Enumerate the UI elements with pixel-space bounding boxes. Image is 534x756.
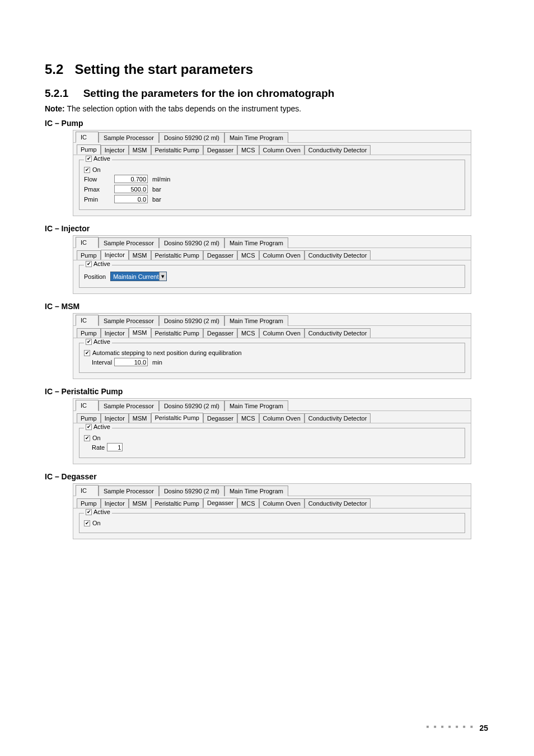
page-dots: ■ ■ ■ ■ ■ ■ ■ [427,724,475,729]
subtab-pump[interactable]: Pump [77,250,101,260]
subtab-pump[interactable]: Pump [77,413,101,423]
tab-ic[interactable]: IC [76,237,99,248]
position-label: Position [84,273,106,280]
pmax-input[interactable]: 500.0 [114,185,148,193]
panel-label-pump: IC – Pump [45,119,489,128]
screenshot-injector: IC Sample Processor Dosino 59290 (2 ml) … [73,235,471,294]
subtab-mcs[interactable]: MCS [237,145,259,155]
subtab-pump[interactable]: Pump [77,144,101,155]
subtab-column-oven[interactable]: Column Oven [259,413,305,423]
subtab-injector[interactable]: Injector [101,145,129,155]
rate-input[interactable]: 1 [107,443,123,451]
subtab-pump[interactable]: Pump [77,498,101,508]
tab-strip-top: IC Sample Processor Dosino 59290 (2 ml) … [73,130,471,143]
subtab-conductivity[interactable]: Conductivity Detector [305,145,371,155]
panel-label-msm: IC – MSM [45,302,489,311]
section-number: 5.2 [45,62,63,77]
checkbox-active[interactable]: ✔ [86,261,92,267]
subtab-degasser[interactable]: Degasser [203,498,237,508]
subtab-mcs[interactable]: MCS [237,328,259,338]
tab-ic[interactable]: IC [76,400,99,411]
subtab-peristaltic[interactable]: Peristaltic Pump [151,498,203,508]
tab-sample-processor[interactable]: Sample Processor [99,486,159,496]
interval-unit: min [152,359,162,366]
interval-input[interactable]: 10.0 [114,358,148,366]
panel-label-injector: IC – Injector [45,224,489,233]
tab-main-time-program[interactable]: Main Time Program [224,486,288,496]
tab-sample-processor[interactable]: Sample Processor [99,315,159,326]
subtab-msm[interactable]: MSM [129,328,151,338]
tab-main-time-program[interactable]: Main Time Program [224,400,288,411]
tab-dosino[interactable]: Dosino 59290 (2 ml) [159,486,224,496]
subtab-peristaltic[interactable]: Peristaltic Pump [151,328,203,338]
checkbox-active[interactable]: ✔ [86,424,92,430]
tab-ic[interactable]: IC [76,132,99,143]
subtab-peristaltic[interactable]: Peristaltic Pump [151,250,203,260]
legend-active: Active [93,508,110,515]
tab-main-time-program[interactable]: Main Time Program [224,132,288,143]
legend-active: Active [93,155,110,162]
subtab-degasser[interactable]: Degasser [203,413,237,423]
subtab-mcs[interactable]: MCS [237,413,259,423]
subtab-conductivity[interactable]: Conductivity Detector [305,328,371,338]
subtab-column-oven[interactable]: Column Oven [259,498,305,508]
tab-main-time-program[interactable]: Main Time Program [224,237,288,248]
subtab-msm[interactable]: MSM [129,145,151,155]
subtab-msm[interactable]: MSM [129,498,151,508]
checkbox-active[interactable]: ✔ [86,339,92,345]
subtab-pump[interactable]: Pump [77,328,101,338]
checkbox-auto-step[interactable]: ✔ [84,350,90,356]
position-dropdown[interactable]: Maintain Current ▾ [110,272,167,281]
subtab-degasser[interactable]: Degasser [203,250,237,260]
tab-sample-processor[interactable]: Sample Processor [99,132,159,143]
subtab-conductivity[interactable]: Conductivity Detector [305,413,371,423]
panel-label-peristaltic: IC – Peristaltic Pump [45,387,489,396]
tab-main-time-program[interactable]: Main Time Program [224,315,288,326]
subtab-degasser[interactable]: Degasser [203,328,237,338]
flow-unit: ml/min [152,176,170,183]
pmin-input[interactable]: 0.0 [114,195,148,203]
flow-input[interactable]: 0.700 [114,175,148,183]
subtab-msm[interactable]: MSM [129,250,151,260]
subtab-mcs[interactable]: MCS [237,498,259,508]
section-title-text: Setting the start parameters [74,62,253,77]
subtab-peristaltic[interactable]: Peristaltic Pump [151,145,203,155]
tab-dosino[interactable]: Dosino 59290 (2 ml) [159,400,224,411]
subtab-degasser[interactable]: Degasser [203,145,237,155]
screenshot-pump: IC Sample Processor Dosino 59290 (2 ml) … [73,130,471,216]
checkbox-active[interactable]: ✔ [86,156,92,162]
subtab-column-oven[interactable]: Column Oven [259,145,305,155]
subtab-injector[interactable]: Injector [101,498,129,508]
subtab-injector[interactable]: Injector [101,328,129,338]
on-label: On [92,166,101,173]
subsection-title-text: Setting the parameters for the ion chrom… [83,87,335,99]
tab-dosino[interactable]: Dosino 59290 (2 ml) [159,132,224,143]
subtab-column-oven[interactable]: Column Oven [259,250,305,260]
checkbox-on[interactable]: ✔ [84,167,90,173]
subtab-peristaltic[interactable]: Peristaltic Pump [151,413,203,423]
tab-sample-processor[interactable]: Sample Processor [99,400,159,411]
checkbox-on[interactable]: ✔ [84,435,90,441]
subtab-injector[interactable]: Injector [101,250,129,260]
checkbox-on[interactable]: ✔ [84,520,90,526]
pmin-label: Pmin [84,196,112,203]
subtab-injector[interactable]: Injector [101,413,129,423]
on-label: On [92,520,101,526]
tab-ic[interactable]: IC [76,485,99,496]
subtab-msm[interactable]: MSM [129,413,151,423]
subsection-number: 5.2.1 [45,87,68,99]
subtab-column-oven[interactable]: Column Oven [259,328,305,338]
page-number: 25 [479,724,488,732]
subtab-conductivity[interactable]: Conductivity Detector [305,498,371,508]
tab-dosino[interactable]: Dosino 59290 (2 ml) [159,315,224,326]
tab-strip-top: IC Sample Processor Dosino 59290 (2 ml) … [73,399,471,411]
fieldset-active: ✔ Active ✔ On Rate 1 [79,428,465,458]
subtab-conductivity[interactable]: Conductivity Detector [305,250,371,260]
tab-sample-processor[interactable]: Sample Processor [99,237,159,248]
legend-active: Active [93,338,110,345]
position-value: Maintain Current [113,273,158,280]
checkbox-active[interactable]: ✔ [86,509,92,515]
subtab-mcs[interactable]: MCS [237,250,259,260]
tab-dosino[interactable]: Dosino 59290 (2 ml) [159,237,224,248]
tab-ic[interactable]: IC [76,315,99,326]
